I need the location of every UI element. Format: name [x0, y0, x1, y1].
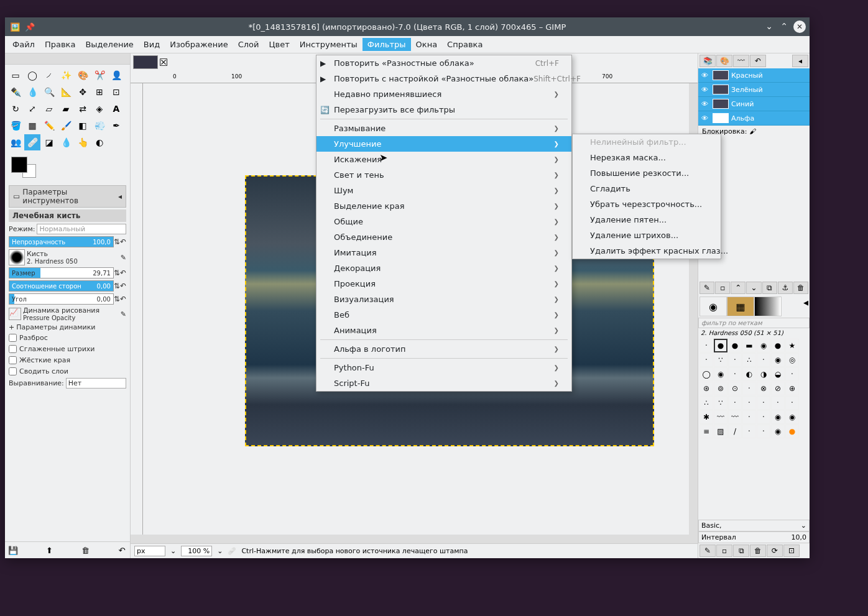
tool-zoom[interactable]: 🔍 [41, 84, 57, 100]
restore-icon[interactable]: ⬆ [44, 545, 55, 556]
tool-scissors[interactable]: ✂️ [91, 67, 108, 83]
menu-help[interactable]: Справка [442, 38, 487, 51]
tool-perspective-clone[interactable]: ◪ [41, 134, 57, 150]
menu-python-fu[interactable]: Python-Fu❯ [316, 360, 571, 375]
brush-filter-input[interactable]: фильтр по меткам [698, 318, 810, 328]
open-icon[interactable]: ⊡ [783, 545, 800, 557]
brush-item[interactable]: ◉ [771, 425, 785, 438]
menu-file[interactable]: Файл [7, 38, 40, 51]
brush-item[interactable]: ∴ [699, 396, 713, 410]
menu-select[interactable]: Выделение [80, 38, 138, 51]
reset-icon[interactable]: ↶ [120, 282, 126, 290]
menu-render[interactable]: Визуализация❯ [316, 292, 571, 307]
brush-item[interactable]: · [742, 425, 756, 438]
brush-preview[interactable] [9, 249, 25, 265]
tool-text[interactable]: A [108, 101, 124, 117]
brush-item[interactable]: · [785, 396, 799, 410]
tool-flip[interactable]: ⇄ [75, 101, 91, 117]
unit-select[interactable]: px [134, 546, 165, 556]
menu-reshow[interactable]: ▶Повторить с настройкой «Разностные обла… [316, 71, 571, 86]
size-slider[interactable]: Размер 29,71 [9, 267, 114, 278]
new-brush-icon[interactable]: ▫ [716, 545, 732, 557]
menu-repeat[interactable]: ▶Повторить «Разностные облака»Ctrl+F [316, 55, 571, 71]
dynamics-preview[interactable]: 📈 [9, 308, 21, 320]
tool-heal[interactable]: 🩹 [24, 134, 40, 150]
reset-icon[interactable]: ↶ [120, 269, 126, 277]
menu-layer[interactable]: Слой [233, 38, 264, 51]
channel-row[interactable]: 👁Альфа [698, 111, 810, 126]
submenu-unsharp[interactable]: Нерезкая маска... [573, 150, 721, 165]
tool-blend[interactable]: ▦ [24, 117, 40, 134]
submenu-antialias[interactable]: Сгладить [573, 181, 721, 196]
pin-icon[interactable]: 📌 [25, 22, 35, 32]
channel-row[interactable]: 👁Красный [698, 68, 810, 83]
brush-preset[interactable]: ◉ [699, 297, 727, 316]
dynamics-edit-icon[interactable]: ✎ [121, 310, 126, 318]
submenu-destripe[interactable]: Удаление штрихов... [573, 228, 721, 243]
submenu-redeye[interactable]: Удалить эффект красных глаз... [573, 243, 721, 259]
maximize-button[interactable]: ⌃ [778, 21, 790, 32]
submenu-sharpen[interactable]: Повышение резкости... [573, 165, 721, 181]
opacity-slider[interactable]: Непрозрачность 100,0 [9, 236, 114, 247]
horizontal-scrollbar[interactable] [131, 535, 698, 543]
tool-cage[interactable]: ◈ [91, 101, 108, 117]
tool-fuzzy-select[interactable]: ✨ [58, 67, 74, 83]
menu-recent[interactable]: Недавно применявшиеся❯ [316, 86, 571, 102]
dock-menu-icon[interactable]: ◂ [792, 55, 808, 67]
minimize-button[interactable]: ⌄ [764, 21, 775, 32]
submenu-despeckle[interactable]: Удаление пятен... [573, 212, 721, 228]
brush-item[interactable]: · [728, 353, 742, 367]
brush-edit-icon[interactable]: ✎ [121, 254, 126, 262]
brush-item[interactable]: 〰 [728, 410, 742, 424]
expand-icon[interactable]: + [9, 323, 14, 331]
brush-item[interactable]: ⊙ [728, 382, 742, 395]
merge-checkbox[interactable]: Сводить слои [9, 367, 126, 376]
menu-combine[interactable]: Объединение❯ [316, 229, 571, 245]
scatter-checkbox[interactable]: Разброс [9, 333, 126, 342]
fg-color[interactable] [11, 157, 27, 173]
tool-options-menu-icon[interactable]: ◂ [118, 192, 122, 201]
up-icon[interactable]: ⌃ [731, 282, 746, 294]
brush-item[interactable]: ⊕ [785, 382, 799, 395]
tool-brush[interactable]: 🖌️ [58, 117, 74, 134]
tool-foreground[interactable]: 👤 [108, 67, 124, 83]
stepper-icon[interactable]: ⇅ [114, 282, 120, 290]
tool-crop[interactable]: ⊡ [108, 84, 124, 100]
brush-item[interactable]: ∵ [714, 396, 727, 410]
layers-tab-icon[interactable]: 📚 [699, 55, 716, 67]
pattern-preset[interactable]: ▦ [727, 297, 754, 316]
tool-ink[interactable]: ✒ [108, 117, 124, 134]
brush-item[interactable]: · [699, 353, 713, 367]
channel-row[interactable]: 👁Зелёный [698, 83, 810, 97]
delete-brush-icon[interactable]: 🗑 [750, 545, 766, 557]
menu-enhance[interactable]: Улучшение❯ [316, 136, 571, 152]
brush-item[interactable]: ∴ [742, 353, 756, 367]
menu-windows[interactable]: Окна [411, 38, 443, 51]
brush-item[interactable]: ⊗ [757, 382, 770, 395]
menu-tools[interactable]: Инструменты [295, 38, 362, 51]
edit-icon[interactable]: ✎ [699, 545, 716, 557]
menu-reset-filters[interactable]: 🔄Перезагрузить все фильтры [316, 102, 571, 117]
menu-light[interactable]: Свет и тень❯ [316, 167, 571, 183]
brush-item[interactable]: · [699, 339, 713, 352]
mode-select[interactable]: Нормальный [37, 224, 126, 234]
reset-icon[interactable]: ↶ [120, 237, 126, 246]
channel-row[interactable]: 👁Синий [698, 97, 810, 111]
brush-item[interactable]: ⊘ [771, 382, 785, 395]
tab-close-icon[interactable]: ☒ [159, 57, 168, 68]
brush-item[interactable]: · [757, 425, 770, 438]
unit-chevron-icon[interactable]: ⌄ [170, 547, 176, 555]
save-icon[interactable]: 💾 [7, 545, 19, 556]
zoom-select[interactable]: 100 % [181, 546, 212, 556]
brush-item[interactable]: ◉ [757, 339, 770, 352]
menu-animation[interactable]: Анимация❯ [316, 323, 571, 338]
brush-item[interactable]: ≡ [699, 425, 713, 438]
hard-checkbox[interactable]: Жёсткие края [9, 356, 126, 365]
menu-web[interactable]: Веб❯ [316, 307, 571, 323]
stepper-icon[interactable]: ⇅ [114, 237, 120, 246]
tool-ellipse-select[interactable]: ◯ [24, 67, 40, 83]
tool-paths[interactable]: ✒️ [7, 84, 24, 100]
reset-all-icon[interactable]: ↶ [116, 545, 127, 556]
zoom-chevron-icon[interactable]: ⌄ [217, 547, 223, 555]
delete-icon[interactable]: 🗑 [793, 282, 808, 294]
